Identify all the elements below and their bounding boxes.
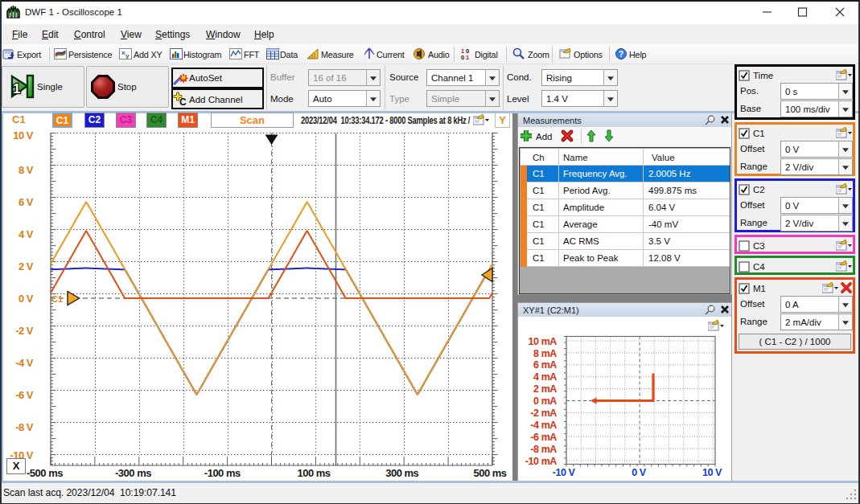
svg-text:C: C — [179, 96, 187, 107]
svg-text:y: y — [126, 52, 130, 59]
svg-text:1: 1 — [13, 81, 20, 96]
svg-text:0: 0 — [461, 54, 464, 60]
svg-text:?: ? — [619, 50, 623, 59]
svg-text:1: 1 — [466, 54, 469, 60]
